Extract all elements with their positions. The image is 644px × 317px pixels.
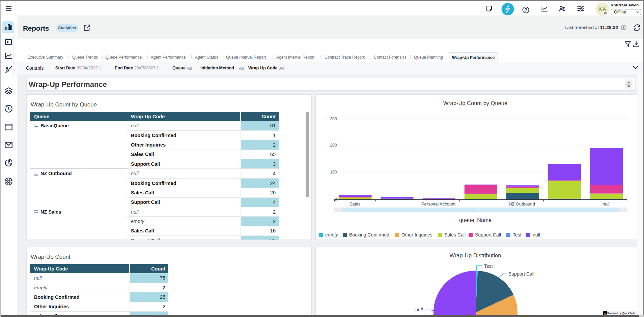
svg-text:NZ Outbound: NZ Outbound (509, 201, 535, 207)
svg-text:Test: Test (513, 232, 522, 237)
svg-text:Booking Confirmed: Booking Confirmed (349, 232, 389, 237)
svg-text:queue_Name: queue_Name (459, 217, 492, 223)
svg-text:Support Call: Support Call (475, 232, 501, 237)
svg-text:null: null (415, 307, 423, 312)
svg-text:Personal Account: Personal Account (421, 201, 456, 207)
svg-text:Sales: Sales (349, 201, 361, 207)
svg-text:Support Call: Support Call (508, 271, 534, 277)
svg-text:300: 300 (330, 117, 337, 121)
svg-text:Test: Test (484, 263, 493, 269)
svg-text:null: null (603, 201, 610, 207)
svg-text:200: 200 (330, 143, 337, 148)
svg-text:Wrap-Up Count by Queue: Wrap-Up Count by Queue (443, 100, 507, 106)
svg-text:Sales Call: Sales Call (444, 232, 466, 237)
svg-text:100: 100 (330, 170, 337, 175)
svg-text:Other Inquiries: Other Inquiries (401, 232, 432, 237)
svg-text:Wrap-Up Distribution: Wrap-Up Distribution (450, 252, 501, 258)
svg-text:empty: empty (325, 232, 338, 237)
svg-text:null: null (533, 232, 540, 237)
